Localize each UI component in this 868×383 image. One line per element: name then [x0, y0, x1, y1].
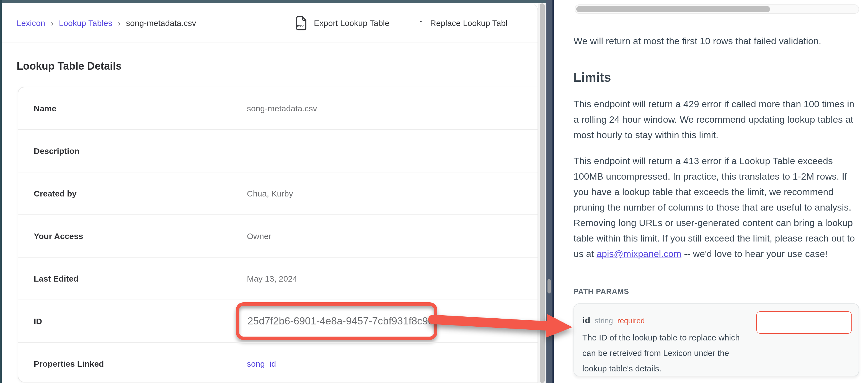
page-title: Lookup Table Details: [17, 60, 122, 72]
path-params-heading: PATH PARAMS: [574, 287, 629, 296]
csv-file-icon: csv: [296, 16, 307, 30]
breadcrumb: Lexicon › Lookup Tables › song-metadata.…: [17, 3, 196, 42]
param-header: id string required: [582, 316, 645, 325]
replace-lookup-table-button[interactable]: ↑ Replace Lookup Tabl: [418, 18, 507, 28]
svg-text:csv: csv: [297, 24, 304, 28]
detail-label: Properties Linked: [34, 359, 104, 368]
id-param-input[interactable]: [756, 311, 852, 334]
breadcrumb-bar: Lexicon › Lookup Tables › song-metadata.…: [2, 3, 537, 43]
docs-panel: We will return at most the first 10 rows…: [554, 0, 868, 383]
chevron-right-icon: ›: [118, 19, 120, 27]
id-highlight-annotation: 25d7f2b6-6901-4e8a-9457-7cbf931f8c90: [236, 302, 437, 340]
docs-validation-note: We will return at most the first 10 rows…: [574, 34, 861, 49]
detail-value: song-metadata.csv: [247, 104, 317, 113]
detail-row-created-by: Created by Chua, Kurby: [18, 172, 538, 214]
docs-413-text-after: -- we'd love to hear your use case!: [681, 249, 828, 259]
divider-scrollbar-thumb[interactable]: [548, 279, 551, 293]
replace-button-label: Replace Lookup Tabl: [430, 18, 507, 28]
detail-value: Owner: [247, 231, 271, 241]
upload-arrow-icon: ↑: [418, 18, 424, 28]
detail-row-your-access: Your Access Owner: [18, 214, 538, 257]
docs-429-paragraph: This endpoint will return a 429 error if…: [574, 97, 861, 143]
detail-value: Chua, Kurby: [247, 189, 293, 198]
breadcrumb-link-lookup-tables[interactable]: Lookup Tables: [59, 18, 113, 28]
detail-value: May 13, 2024: [247, 274, 297, 283]
detail-row-name: Name song-metadata.csv: [18, 87, 538, 129]
detail-label: Last Edited: [34, 274, 79, 283]
param-required-badge: required: [617, 317, 645, 325]
export-button-label: Export Lookup Table: [314, 18, 390, 28]
docs-horizontal-scrollbar[interactable]: [575, 4, 859, 14]
detail-label: Your Access: [34, 231, 83, 241]
left-panel-scrollbar-thumb[interactable]: [540, 3, 545, 383]
docs-horizontal-scrollbar-thumb[interactable]: [576, 6, 770, 12]
limits-heading: Limits: [574, 70, 611, 85]
detail-row-properties-linked: Properties Linked song_id: [18, 342, 538, 383]
detail-label: Name: [34, 104, 57, 113]
lookup-table-id-value: 25d7f2b6-6901-4e8a-9457-7cbf931f8c90: [247, 315, 434, 327]
chevron-right-icon: ›: [51, 19, 53, 27]
left-panel-scrollbar[interactable]: [538, 3, 547, 383]
detail-label: ID: [34, 316, 42, 326]
breadcrumb-link-lexicon[interactable]: Lexicon: [17, 18, 45, 28]
detail-row-last-edited: Last Edited May 13, 2024: [18, 257, 538, 300]
detail-label: Description: [34, 146, 80, 155]
detail-label: Created by: [34, 189, 77, 198]
panel-divider-strip: [547, 0, 554, 383]
docs-413-text: This endpoint will return a 413 error if…: [574, 156, 855, 259]
param-type: string: [594, 317, 613, 325]
detail-row-description: Description: [18, 129, 538, 172]
screen: Lexicon › Lookup Tables › song-metadata.…: [0, 0, 868, 383]
breadcrumb-current: song-metadata.csv: [126, 18, 196, 28]
id-param-card: id string required The ID of the lookup …: [574, 304, 859, 376]
toolbar: csv Export Lookup Table ↑ Replace Lookup…: [296, 3, 507, 42]
detail-row-id: ID 25d7f2b6-6901-4e8a-9457-7cbf931f8c90: [18, 300, 538, 342]
linked-property-link[interactable]: song_id: [247, 359, 276, 368]
export-lookup-table-button[interactable]: csv Export Lookup Table: [296, 16, 390, 30]
lookup-table-panel: Lexicon › Lookup Tables › song-metadata.…: [2, 3, 538, 383]
param-name: id: [582, 316, 590, 325]
details-card: Name song-metadata.csv Description Creat…: [18, 87, 538, 382]
docs-413-paragraph: This endpoint will return a 413 error if…: [574, 154, 861, 262]
param-description: The ID of the lookup table to replace wh…: [582, 330, 746, 376]
support-email-link[interactable]: apis@mixpanel.com: [596, 249, 681, 259]
